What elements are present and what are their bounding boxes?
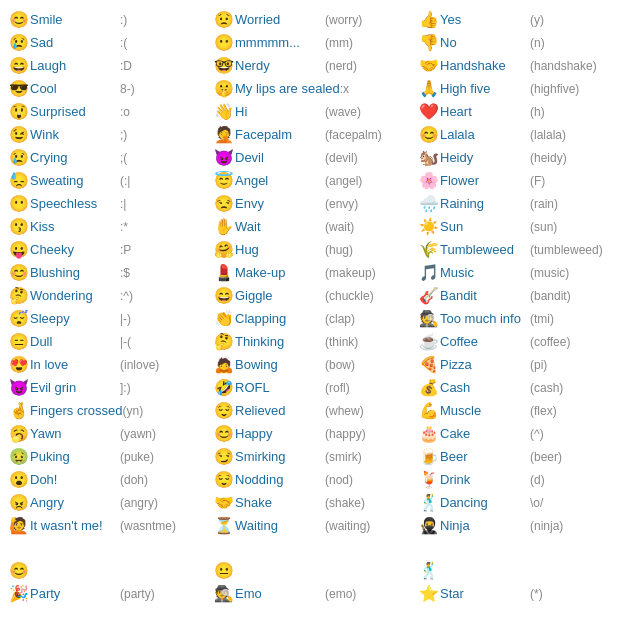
emoji-icon: 🎵 — [418, 263, 440, 282]
emoji-code: (*) — [530, 587, 543, 601]
emoji-name: Smirking — [235, 449, 325, 464]
emoji-icon: 😶 — [213, 33, 235, 52]
emoji-name: Waiting — [235, 518, 325, 533]
list-item: 💰Cash(cash) — [414, 376, 619, 399]
list-item: 🥷Ninja(ninja) — [414, 514, 619, 537]
list-item: 🤗Hug(hug) — [209, 238, 414, 261]
list-item: 😈Evil grin]:) — [4, 376, 209, 399]
emoji-code: (flex) — [530, 404, 557, 418]
emoji-code: (mm) — [325, 36, 353, 50]
emoji-icon: 🍹 — [418, 470, 440, 489]
emoji-icon: 😮 — [8, 470, 30, 489]
list-item: 🎂Cake(^) — [414, 422, 619, 445]
emoji-code: (angel) — [325, 174, 362, 188]
emoji-name: Raining — [440, 196, 530, 211]
emoji-icon: 😟 — [213, 10, 235, 29]
list-item: 😗Kiss:* — [4, 215, 209, 238]
emoji-code: |-( — [120, 335, 131, 349]
list-item: 🥱Yawn(yawn) — [4, 422, 209, 445]
emoji-icon: 🍕 — [418, 355, 440, 374]
emoji-icon: 🥱 — [8, 424, 30, 443]
list-item: 😊 — [4, 559, 209, 582]
list-item: 😴Sleepy|-) — [4, 307, 209, 330]
emoji-code: :x — [340, 82, 349, 96]
emoji-icon: ✋ — [213, 217, 235, 236]
list-item: 🌧️Raining(rain) — [414, 192, 619, 215]
list-item: 🕵️Too much info(tmi) — [414, 307, 619, 330]
list-item: 😄Giggle(chuckle) — [209, 284, 414, 307]
emoji-name: Wink — [30, 127, 120, 142]
list-item: 😊Lalala(lalala) — [414, 123, 619, 146]
emoji-icon: 🤝 — [418, 56, 440, 75]
emoji-icon: 🤦 — [213, 125, 235, 144]
emoji-code: :* — [120, 220, 128, 234]
emoji-code: (doh) — [120, 473, 148, 487]
list-item: 💪Muscle(flex) — [414, 399, 619, 422]
emoji-code: |-) — [120, 312, 131, 326]
emoji-code: :o — [120, 105, 130, 119]
emoji-code: ;( — [120, 151, 127, 165]
emoji-icon: 😒 — [213, 194, 235, 213]
emoji-name: Handshake — [440, 58, 530, 73]
emoji-code: (hug) — [325, 243, 353, 257]
emoji-code: \o/ — [530, 496, 543, 510]
emoji-name: Smile — [30, 12, 120, 27]
emoji-name: Coffee — [440, 334, 530, 349]
emoji-name: Giggle — [235, 288, 325, 303]
emoji-name: Thinking — [235, 334, 325, 349]
emoji-icon: 😓 — [8, 171, 30, 190]
emoji-name: Flower — [440, 173, 530, 188]
emoji-code: 8-) — [120, 82, 135, 96]
list-item: 😶Speechless:| — [4, 192, 209, 215]
list-item: ❤️Heart(h) — [414, 100, 619, 123]
list-item: 😐 — [209, 559, 414, 582]
list-item: 😛Cheeky:P — [4, 238, 209, 261]
emoji-code: (tmi) — [530, 312, 554, 326]
list-item: 🕺 — [414, 559, 619, 582]
emoji-name: Cake — [440, 426, 530, 441]
emoji-name: Facepalm — [235, 127, 325, 142]
emoji-icon: 😈 — [213, 148, 235, 167]
list-item: 😢Sad:( — [4, 31, 209, 54]
emoji-icon: 😉 — [8, 125, 30, 144]
emoji-icon: 😊 — [8, 263, 30, 282]
emoji-icon: 💰 — [418, 378, 440, 397]
emoji-name: ROFL — [235, 380, 325, 395]
emoji-name: Too much info — [440, 311, 530, 326]
emoji-code: (devil) — [325, 151, 358, 165]
emoji-icon: 😎 — [8, 79, 30, 98]
emoji-icon: 😊 — [8, 561, 30, 580]
emoji-code: :P — [120, 243, 131, 257]
column-2: 😟Worried(worry)😶mmmmm...(mm)🤓Nerdy(nerd)… — [209, 8, 414, 605]
emoji-name: Relieved — [235, 403, 325, 418]
list-item: 🤔Thinking(think) — [209, 330, 414, 353]
list-item: 😏Smirking(smirk) — [209, 445, 414, 468]
emoji-name: Laugh — [30, 58, 120, 73]
emoji-code: (tumbleweed) — [530, 243, 603, 257]
emoji-icon: 😊 — [418, 125, 440, 144]
emoji-name: Make-up — [235, 265, 325, 280]
emoji-icon: 🕺 — [418, 493, 440, 512]
list-item: 😊Smile:) — [4, 8, 209, 31]
emoji-icon: 🤣 — [213, 378, 235, 397]
list-item: 🙋It wasn't me!(wasntme) — [4, 514, 209, 537]
list-item — [209, 537, 414, 559]
emoji-icon: 😇 — [213, 171, 235, 190]
emoji-name: No — [440, 35, 530, 50]
emoji-icon: 🤔 — [8, 286, 30, 305]
list-item: 👎No(n) — [414, 31, 619, 54]
emoji-code: :| — [120, 197, 126, 211]
emoji-code: (think) — [325, 335, 358, 349]
emoji-code: (sun) — [530, 220, 557, 234]
list-item: ☀️Sun(sun) — [414, 215, 619, 238]
emoji-name: Heidy — [440, 150, 530, 165]
emoji-code: :) — [120, 13, 127, 27]
emoji-name: Doh! — [30, 472, 120, 487]
list-item: ⏳Waiting(waiting) — [209, 514, 414, 537]
list-item: 😈Devil(devil) — [209, 146, 414, 169]
emoji-code: (yn) — [122, 404, 143, 418]
emoji-name: Surprised — [30, 104, 120, 119]
emoji-name: In love — [30, 357, 120, 372]
emoji-name: Sleepy — [30, 311, 120, 326]
emoji-name: Party — [30, 586, 120, 601]
